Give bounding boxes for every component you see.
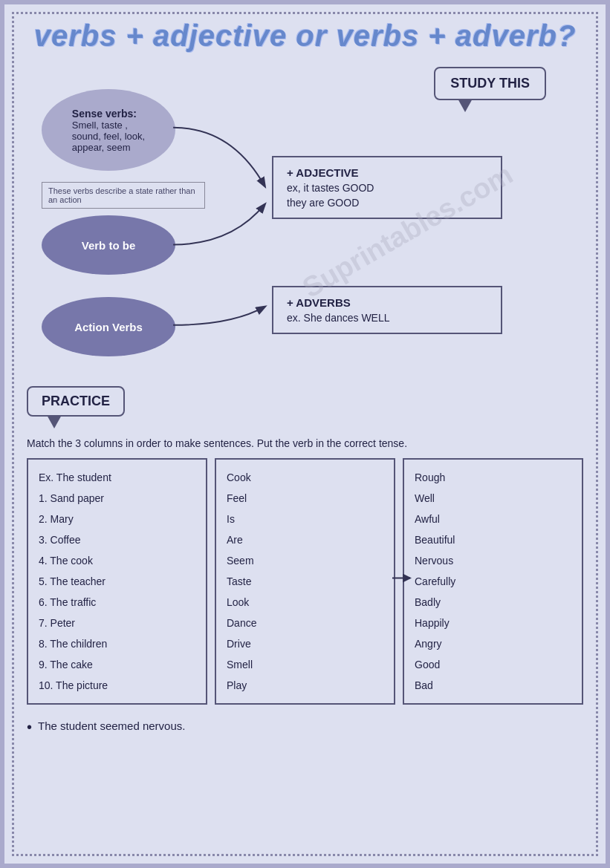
study-bubble: STUDY THIS bbox=[434, 67, 546, 100]
list-item: 5. The teacher bbox=[39, 571, 195, 592]
action-verbs-oval: Action Verbs bbox=[42, 297, 175, 356]
list-item: 10. The picture bbox=[39, 675, 195, 696]
list-item: 1. Sand paper bbox=[39, 488, 195, 509]
list-item: Smell bbox=[227, 654, 383, 675]
list-item: Feel bbox=[227, 488, 383, 509]
list-item: Beautiful bbox=[415, 529, 571, 550]
column-1: Ex. The student1. Sand paper2. Mary3. Co… bbox=[27, 458, 207, 705]
adjective-example2: they are GOOD bbox=[287, 197, 487, 209]
list-item: Look bbox=[227, 592, 383, 613]
list-item: 4. The cook bbox=[39, 550, 195, 571]
page: verbs + adjective or verbs + adverb? STU… bbox=[0, 0, 610, 868]
list-item: Ex. The student bbox=[39, 467, 195, 488]
list-item: Drive bbox=[227, 633, 383, 654]
list-item: 6. The traffic bbox=[39, 592, 195, 613]
column-2: CookFeelIsAreSeemTasteLookDanceDriveSmel… bbox=[215, 458, 395, 705]
sense-verbs-oval: Sense verbs: Smell, taste ,sound, feel, … bbox=[42, 89, 175, 171]
list-item: 7. Peter bbox=[39, 613, 195, 633]
list-item: Carefully bbox=[415, 571, 571, 592]
practice-section: PRACTICE Match the 3 columns in order to… bbox=[27, 386, 583, 734]
list-item: Taste bbox=[227, 571, 383, 592]
bullet-answer-text: The student seemed nervous. bbox=[38, 719, 185, 732]
column-3: RoughWellAwfulBeautifulNervousCarefullyB… bbox=[403, 458, 583, 705]
list-item: Badly bbox=[415, 592, 571, 613]
bullet-dot: • bbox=[27, 719, 32, 734]
practice-bubble: PRACTICE bbox=[27, 386, 125, 417]
list-item: Dance bbox=[227, 613, 383, 633]
sense-oval-body: Smell, taste ,sound, feel, look,appear, … bbox=[72, 120, 145, 153]
list-item: 8. The children bbox=[39, 633, 195, 654]
practice-instruction: Match the 3 columns in order to make sen… bbox=[27, 437, 583, 449]
list-item: Are bbox=[227, 529, 383, 550]
list-item: Cook bbox=[227, 467, 383, 488]
adverb-example1: ex. She dances WELL bbox=[287, 312, 487, 324]
list-item: Good bbox=[415, 654, 571, 675]
list-item: Seem bbox=[227, 550, 383, 571]
adjective-label: + ADJECTIVE bbox=[287, 166, 487, 179]
list-item: Rough bbox=[415, 467, 571, 488]
practice-columns: Ex. The student1. Sand paper2. Mary3. Co… bbox=[27, 458, 583, 705]
list-item: Well bbox=[415, 488, 571, 509]
list-item: Play bbox=[227, 675, 383, 696]
list-item: Happily bbox=[415, 613, 571, 633]
verb-to-be-oval: Verb to be bbox=[42, 215, 175, 275]
list-item: 2. Mary bbox=[39, 509, 195, 529]
adjective-example1: ex, it tastes GOOD bbox=[287, 182, 487, 194]
list-item: Awful bbox=[415, 509, 571, 529]
sense-oval-title: Sense verbs: bbox=[72, 108, 145, 120]
list-item: 3. Coffee bbox=[39, 529, 195, 550]
adverb-box: + ADVERBS ex. She dances WELL bbox=[272, 286, 502, 334]
bullet-answer: • The student seemed nervous. bbox=[27, 719, 583, 734]
list-item: 9. The cake bbox=[39, 654, 195, 675]
list-item: Nervous bbox=[415, 550, 571, 571]
list-item: Angry bbox=[415, 633, 571, 654]
adverb-label: + ADVERBS bbox=[287, 296, 487, 309]
sense-note: These verbs describe a state rather than… bbox=[42, 182, 205, 209]
col2-to-col3-arrow bbox=[392, 571, 415, 593]
diagram-area: STUDY THIS Sense verbs: Smell, taste ,so… bbox=[27, 67, 583, 364]
adjective-box: + ADJECTIVE ex, it tastes GOOD they are … bbox=[272, 156, 502, 219]
list-item: Bad bbox=[415, 675, 571, 696]
list-item: Is bbox=[227, 509, 383, 529]
page-title: verbs + adjective or verbs + adverb? bbox=[27, 19, 583, 52]
